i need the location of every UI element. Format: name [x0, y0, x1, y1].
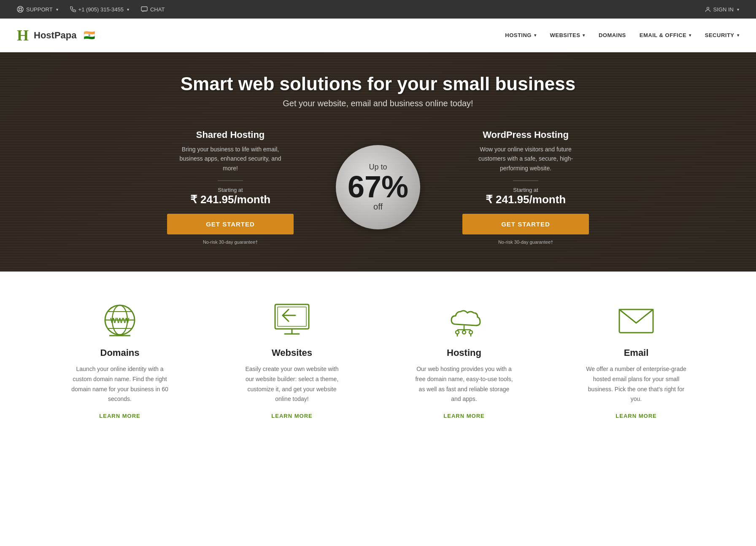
nav-email-label: EMAIL & OFFICE [640, 32, 686, 38]
domains-title: Domains [46, 347, 193, 358]
feature-domains: WWW Domains Launch your online identity … [34, 301, 206, 420]
wordpress-hosting-title: WordPress Hosting [454, 129, 597, 140]
hero-subtitle: Get your website, email and business onl… [0, 99, 756, 108]
badge-percentage: 67% [348, 172, 408, 202]
signin-link[interactable]: SIGN IN ▾ [705, 6, 739, 13]
wordpress-hosting-cta[interactable]: GET STARTED [462, 214, 589, 234]
shared-hosting-price: ₹ 241.95/month [159, 193, 302, 206]
hero-cards: Shared Hosting Bring your business to li… [0, 129, 756, 245]
nav-email[interactable]: EMAIL & OFFICE ▾ [640, 32, 691, 38]
hosting-learn-more[interactable]: LEARN MORE [443, 413, 484, 419]
chat-link[interactable]: CHAT [141, 6, 165, 13]
email-icon [563, 301, 710, 339]
phone-label: +1 (905) 315-3455 [78, 6, 124, 13]
india-flag: 🇮🇳 [84, 30, 95, 41]
domains-desc: Launch your online identity with a custo… [69, 364, 170, 404]
nav-security[interactable]: SECURITY ▾ [705, 32, 739, 38]
discount-badge: Up to 67% off [336, 145, 420, 229]
wordpress-hosting-price: ₹ 241.95/month [454, 193, 597, 206]
logo-text: HostPapa [34, 30, 76, 41]
svg-rect-6 [141, 7, 147, 11]
svg-rect-17 [278, 307, 306, 326]
nav-domains[interactable]: DOMAINS [599, 32, 626, 38]
hero-section: Smart web solutions for your small busin… [0, 52, 756, 272]
wordpress-hosting-card: WordPress Hosting Wow your online visito… [437, 129, 614, 245]
signin-label: SIGN IN [713, 6, 734, 13]
websites-icon [219, 301, 365, 339]
wordpress-hosting-desc: Wow your online visitors and future cust… [467, 145, 585, 173]
websites-learn-more[interactable]: LEARN MORE [271, 413, 312, 419]
top-bar-left: SUPPORT ▾ +1 (905) 315-3455 ▾ CHAT [17, 6, 165, 13]
svg-line-3 [22, 7, 23, 8]
hosting-title: Hosting [391, 347, 537, 358]
domains-learn-more[interactable]: LEARN MORE [99, 413, 140, 419]
websites-title: Websites [219, 347, 365, 358]
shared-hosting-cta[interactable]: GET STARTED [167, 214, 294, 234]
shared-hosting-card: Shared Hosting Bring your business to li… [142, 129, 319, 245]
support-icon [17, 6, 24, 13]
svg-point-25 [469, 331, 472, 334]
chat-label: CHAT [150, 6, 165, 13]
support-link[interactable]: SUPPORT ▾ [17, 6, 58, 13]
svg-line-4 [18, 11, 19, 12]
nav-websites-chevron: ▾ [583, 33, 585, 38]
shared-hosting-divider [218, 180, 243, 181]
badge-off-text: off [373, 202, 383, 212]
logo[interactable]: H HostPapa 🇮🇳 [17, 27, 95, 44]
nav-security-chevron: ▾ [737, 33, 740, 38]
top-bar: SUPPORT ▾ +1 (905) 315-3455 ▾ CHAT SIGN … [0, 0, 756, 19]
nav-websites-label: WEBSITES [550, 32, 580, 38]
svg-line-2 [18, 7, 19, 8]
feature-hosting: Hosting Our web hosting provides you wit… [378, 301, 550, 420]
nav-websites[interactable]: WEBSITES ▾ [550, 32, 585, 38]
feature-email: Email We offer a number of enterprise-gr… [550, 301, 722, 420]
svg-point-24 [462, 331, 466, 334]
wordpress-hosting-divider [513, 180, 538, 181]
svg-point-1 [19, 8, 22, 11]
chat-icon [141, 6, 148, 12]
logo-icon: H [17, 27, 29, 44]
nav-email-chevron: ▾ [689, 33, 691, 38]
svg-text:WWW: WWW [110, 317, 130, 324]
support-label: SUPPORT [26, 6, 53, 13]
wordpress-hosting-guarantee: No-risk 30-day guarantee† [454, 239, 597, 245]
nav-hosting[interactable]: HOSTING ▾ [505, 32, 536, 38]
signin-chevron: ▾ [737, 7, 739, 12]
svg-point-23 [456, 331, 459, 334]
hero-content: Smart web solutions for your small busin… [0, 73, 756, 245]
features-section: WWW Domains Launch your online identity … [0, 272, 756, 441]
main-nav: HOSTING ▾ WEBSITES ▾ DOMAINS EMAIL & OFF… [505, 32, 739, 38]
nav-security-label: SECURITY [705, 32, 734, 38]
phone-link[interactable]: +1 (905) 315-3455 ▾ [70, 6, 129, 13]
nav-hosting-label: HOSTING [505, 32, 532, 38]
domains-icon: WWW [46, 301, 193, 339]
svg-rect-16 [275, 304, 309, 329]
email-learn-more[interactable]: LEARN MORE [616, 413, 656, 419]
phone-chevron: ▾ [127, 7, 129, 12]
svg-point-7 [707, 7, 709, 9]
hero-title: Smart web solutions for your small busin… [0, 73, 756, 94]
wordpress-hosting-price-label: Starting at [454, 187, 597, 193]
header: H HostPapa 🇮🇳 HOSTING ▾ WEBSITES ▾ DOMAI… [0, 19, 756, 52]
email-title: Email [563, 347, 710, 358]
shared-hosting-price-label: Starting at [159, 187, 302, 193]
hosting-icon [391, 301, 537, 339]
feature-websites: Websites Easily create your own website … [206, 301, 378, 420]
signin-icon [705, 6, 711, 12]
shared-hosting-title: Shared Hosting [159, 129, 302, 140]
websites-desc: Easily create your own website with our … [241, 364, 343, 404]
nav-domains-label: DOMAINS [599, 32, 626, 38]
email-desc: We offer a number of enterprise-grade ho… [586, 364, 687, 404]
hosting-desc: Our web hosting provides you with a free… [413, 364, 515, 404]
phone-icon [70, 6, 76, 12]
svg-line-5 [22, 11, 23, 12]
support-chevron: ▾ [56, 7, 58, 12]
shared-hosting-desc: Bring your business to life with email, … [171, 145, 289, 173]
nav-hosting-chevron: ▾ [534, 33, 537, 38]
shared-hosting-guarantee: No-risk 30-day guarantee† [159, 239, 302, 245]
